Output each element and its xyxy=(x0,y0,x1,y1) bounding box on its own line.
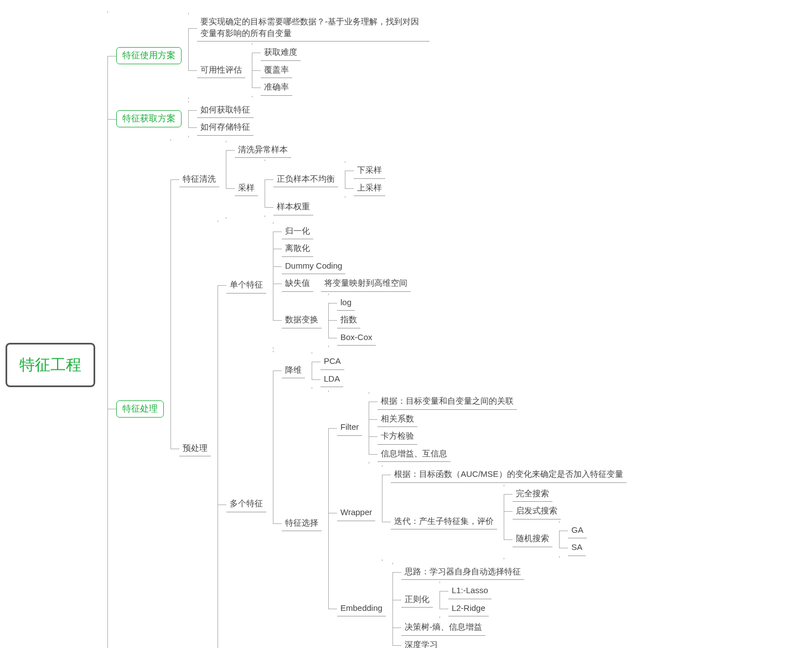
node-availability: 可用性评估 xyxy=(197,63,245,79)
branch-feature-process: 特征处理 xyxy=(116,400,164,418)
node-dim-reduce: 降维 xyxy=(282,363,305,379)
node-decision-tree: 决策树-熵、信息增益 xyxy=(401,620,485,636)
node-missing-value: 缺失值 xyxy=(282,276,313,292)
node-sa: SA xyxy=(568,540,586,556)
node-sampling: 采样 xyxy=(235,181,258,197)
node-wrapper: Wrapper xyxy=(337,505,375,521)
node-how-store: 如何存储特征 xyxy=(197,120,254,136)
level1-children: 特征使用方案 要实现确定的目标需要哪些数据？-基于业务理解，找到对因变量有影响的… xyxy=(107,11,627,648)
node-data-transform: 数据变换 xyxy=(282,312,322,328)
node-pca: PCA xyxy=(320,354,344,370)
root-node: 特征工程 xyxy=(6,343,95,387)
node-lda: LDA xyxy=(320,372,343,388)
node-sample-weight: 样本权重 xyxy=(273,199,313,215)
node-upsample: 上采样 xyxy=(354,181,385,197)
node-missing-note: 将变量映射到高维空间 xyxy=(321,276,411,292)
node-deep-learning: 深度学习 xyxy=(401,637,441,649)
node-downsample: 下采样 xyxy=(354,163,385,179)
node-ga: GA xyxy=(568,523,587,539)
node-boxcox: Box-Cox xyxy=(337,330,376,346)
node-how-acquire: 如何获取特征 xyxy=(197,102,254,119)
node-single-feature: 单个特征 xyxy=(226,277,266,294)
node-acquire-difficulty: 获取难度 xyxy=(261,45,301,61)
node-imbalance: 正负样本不均衡 xyxy=(273,172,338,188)
node-accuracy: 准确率 xyxy=(261,80,292,96)
branch-feature-acquire: 特征获取方案 xyxy=(116,110,182,127)
node-regularization: 正则化 xyxy=(401,592,433,608)
node-feature-select: 特征选择 xyxy=(282,516,322,532)
node-embed-idea: 思路：学习器自身自动选择特征 xyxy=(401,564,524,580)
node-heuristic-search: 启发式搜索 xyxy=(513,503,561,520)
node-dummy-coding: Dummy Coding xyxy=(282,259,345,275)
node-l1-lasso: L1:-Lasso xyxy=(448,583,492,599)
node-clean-abnormal: 清洗异常样本 xyxy=(235,142,291,158)
branch-feature-usage: 特征使用方案 xyxy=(116,47,182,64)
node-l2-ridge: L2-Ridge xyxy=(448,601,489,617)
node-wrapper-basis: 根据：目标函数（AUC/MSE）的变化来确定是否加入特征变量 xyxy=(391,467,626,483)
node-iterate: 迭代：产生子特征集，评价 xyxy=(391,514,497,530)
node-multi-feature: 多个特征 xyxy=(226,496,266,512)
node-chi-square: 卡方检验 xyxy=(377,429,417,445)
node-exp: 指数 xyxy=(337,312,360,328)
node-info-gain: 信息增益、互信息 xyxy=(377,446,451,462)
node-filter: Filter xyxy=(337,420,362,436)
node-feature-clean: 特征清洗 xyxy=(179,172,219,188)
node-discretize: 离散化 xyxy=(282,241,313,257)
node-filter-basis: 根据：目标变量和自变量之间的关联 xyxy=(377,394,517,410)
node-preprocess: 预处理 xyxy=(179,441,211,457)
mindmap-root-container: 特征工程 特征使用方案 要实现确定的目标需要哪些数据？-基于业务理解，找到对因变… xyxy=(6,11,806,648)
node-log: log xyxy=(337,295,355,311)
node-embedding: Embedding xyxy=(337,601,386,617)
node-normalize: 归一化 xyxy=(282,224,313,240)
node-random-search: 随机搜索 xyxy=(513,531,552,547)
node-goal-data: 要实现确定的目标需要哪些数据？-基于业务理解，找到对因变量有影响的所有自变量 xyxy=(197,14,430,42)
node-coverage: 覆盖率 xyxy=(261,63,292,79)
node-full-search: 完全搜索 xyxy=(513,486,552,502)
node-correlation: 相关系数 xyxy=(377,412,417,428)
